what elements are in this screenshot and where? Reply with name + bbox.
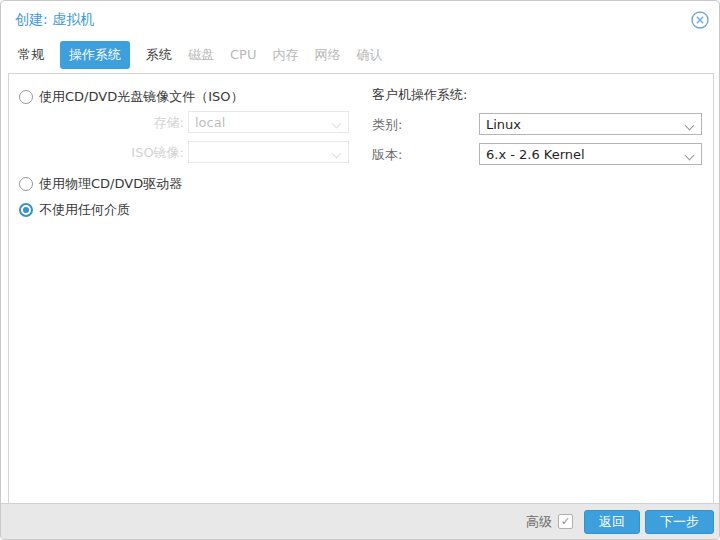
radio-selected-icon [19, 203, 33, 217]
tab-cpu: CPU [230, 42, 256, 67]
os-version-label: 版本: [372, 146, 402, 164]
chevron-down-icon [333, 150, 341, 158]
guest-os-header: 客户机操作系统: [372, 86, 467, 104]
create-vm-dialog: 创建: 虚拟机 常规 操作系统 系统 磁盘 CPU 内存 网络 确认 使用CD/… [0, 0, 720, 540]
radio-no-media-label: 不使用任何介质 [39, 201, 130, 219]
os-type-label: 类别: [372, 116, 402, 134]
dialog-footer: 高级 ✓ 返回 下一步 [1, 503, 720, 539]
dialog-title: 创建: 虚拟机 [15, 11, 94, 29]
iso-image-field-row: ISO镜像: [188, 141, 349, 163]
tab-general[interactable]: 常规 [18, 41, 44, 69]
tab-network: 网络 [314, 41, 340, 69]
close-button[interactable] [690, 10, 710, 30]
wizard-tabbar: 常规 操作系统 系统 磁盘 CPU 内存 网络 确认 [18, 41, 382, 68]
next-button[interactable]: 下一步 [645, 510, 714, 534]
os-type-field-row: Linux [479, 113, 702, 135]
close-icon [690, 10, 710, 30]
chevron-down-icon [333, 120, 341, 128]
radio-use-iso[interactable]: 使用CD/DVD光盘镜像文件（ISO） [19, 88, 243, 106]
advanced-label: 高级 [526, 513, 552, 531]
tab-os[interactable]: 操作系统 [60, 41, 130, 69]
os-tab-panel: 使用CD/DVD光盘镜像文件（ISO） 存储: local ISO镜像: 使用物… [8, 73, 714, 504]
os-version-value: 6.x - 2.6 Kernel [486, 147, 585, 162]
storage-field-row: 存储: local [188, 111, 349, 133]
tab-disks: 磁盘 [188, 41, 214, 69]
radio-physical-drive-label: 使用物理CD/DVD驱动器 [39, 175, 182, 193]
iso-image-label: ISO镜像: [131, 144, 184, 162]
tab-system[interactable]: 系统 [146, 41, 172, 69]
tab-memory: 内存 [272, 41, 298, 69]
storage-select: local [188, 111, 349, 133]
chevron-down-icon [686, 152, 694, 160]
back-button[interactable]: 返回 [584, 510, 640, 534]
radio-physical-drive[interactable]: 使用物理CD/DVD驱动器 [19, 175, 182, 193]
os-version-field-row: 6.x - 2.6 Kernel [479, 143, 702, 165]
storage-value: local [195, 115, 225, 130]
radio-no-media[interactable]: 不使用任何介质 [19, 201, 130, 219]
os-type-value: Linux [486, 117, 521, 132]
tab-confirm: 确认 [356, 41, 382, 69]
storage-label: 存储: [154, 114, 184, 132]
advanced-checkbox[interactable]: ✓ [558, 514, 573, 529]
radio-use-iso-label: 使用CD/DVD光盘镜像文件（ISO） [39, 88, 243, 106]
chevron-down-icon [686, 122, 694, 130]
os-type-select[interactable]: Linux [479, 113, 702, 135]
radio-circle-icon [19, 90, 33, 104]
iso-image-select [188, 141, 349, 163]
os-version-select[interactable]: 6.x - 2.6 Kernel [479, 143, 702, 165]
radio-circle-icon [19, 177, 33, 191]
